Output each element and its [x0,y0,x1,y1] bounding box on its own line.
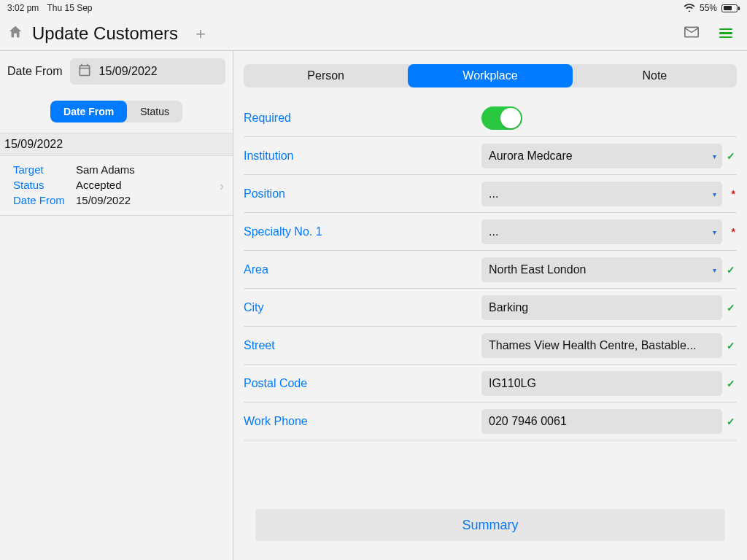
postal-code-label: Postal Code [244,377,470,390]
check-icon: ✓ [727,340,735,351]
row-city: City Barking ✓ [244,289,737,327]
institution-value: Aurora Medcare [489,149,573,163]
work-phone-label: Work Phone [244,415,470,428]
street-value: Thames View Health Centre, Bastable... [489,339,696,352]
date-from-input[interactable]: 15/09/2022 [70,58,225,85]
check-icon: ✓ [727,416,735,427]
specialty-select[interactable]: ...▾ [481,219,722,244]
status-bar: 3:02 pm Thu 15 Sep 55% [0,0,747,16]
date-from-filter-label: Date From [7,65,63,78]
chevron-down-icon: ▾ [713,265,716,273]
row-position: Position ...▾ * [244,175,737,213]
position-label: Position [244,187,470,201]
chevron-down-icon: ▾ [713,190,716,198]
row-postal-code: Postal Code IG110LG ✓ [244,365,737,402]
postal-code-value: IG110LG [489,377,536,390]
position-value: ... [489,187,498,201]
work-phone-input[interactable]: 020 7946 0061 [481,409,722,434]
status-date: Thu 15 Sep [47,3,92,13]
detail-tabs: Person Workplace Note [244,64,737,88]
add-button[interactable]: ＋ [193,23,209,44]
target-label: Target [13,162,73,177]
app-header: Update Customers ＋ [0,16,747,51]
home-icon[interactable] [7,24,23,43]
right-pane: Person Workplace Note Required Instituti… [233,51,747,560]
city-value: Barking [489,301,528,314]
segment-date-from[interactable]: Date From [50,101,127,122]
institution-label: Institution [244,149,470,163]
wifi-icon [684,3,695,14]
row-work-phone: Work Phone 020 7946 0061 ✓ [244,402,737,440]
required-asterisk-icon: * [732,188,735,200]
tab-person[interactable]: Person [244,64,408,88]
date-from-label: Date From [13,192,73,208]
check-icon: ✓ [727,378,735,389]
customer-list-item[interactable]: TargetSam Adams StatusAccepted Date From… [0,156,233,216]
check-icon: ✓ [727,302,735,314]
position-select[interactable]: ...▾ [481,182,722,206]
area-label: Area [244,263,470,276]
status-value: Accepted [76,177,122,192]
workplace-form: Required Institution Aurora Medcare▾ ✓ P… [233,93,747,440]
row-specialty: Specialty No. 1 ...▾ * [244,213,737,251]
row-street: Street Thames View Health Centre, Bastab… [244,327,737,365]
battery-percent: 55% [700,3,717,13]
left-sort-segmented: Date From Status [50,101,182,122]
summary-button[interactable]: Summary [255,509,725,541]
check-icon: ✓ [727,150,735,162]
chevron-right-icon: › [220,178,224,193]
area-value: North East London [489,263,586,276]
tab-note[interactable]: Note [573,64,737,88]
status-right: 55% [684,3,740,14]
page-title: Update Customers [32,23,178,44]
target-value: Sam Adams [76,162,135,177]
status-left: 3:02 pm Thu 15 Sep [7,3,98,13]
required-asterisk-icon: * [732,226,735,238]
required-toggle[interactable] [481,106,522,130]
tab-workplace[interactable]: Workplace [408,64,572,88]
menu-icon[interactable] [719,28,732,39]
work-phone-value: 020 7946 0061 [489,415,567,428]
required-label: Required [244,112,470,125]
street-label: Street [244,339,470,352]
area-select[interactable]: North East London▾ [481,257,722,282]
row-area: Area North East London▾ ✓ [244,251,737,289]
date-from-item-value: 15/09/2022 [76,192,131,208]
specialty-value: ... [489,225,498,238]
status-label: Status [13,177,73,192]
date-from-value: 15/09/2022 [99,65,158,78]
list-group-header: 15/09/2022 [0,133,233,156]
city-input[interactable]: Barking [481,295,722,320]
calendar-icon [77,63,92,80]
chevron-down-icon: ▾ [713,228,716,236]
specialty-label: Specialty No. 1 [244,225,470,238]
chevron-down-icon: ▾ [713,152,716,160]
city-label: City [244,301,470,314]
status-time: 3:02 pm [7,3,39,13]
check-icon: ✓ [727,264,735,276]
postal-code-input[interactable]: IG110LG [481,371,722,396]
institution-select[interactable]: Aurora Medcare▾ [481,144,722,168]
row-institution: Institution Aurora Medcare▾ ✓ [244,137,737,175]
battery-icon [721,4,740,12]
mail-icon[interactable] [684,26,699,41]
row-required: Required [244,99,737,137]
street-input[interactable]: Thames View Health Centre, Bastable... [481,333,722,358]
left-pane: Date From 15/09/2022 Date From Status 15… [0,51,233,560]
segment-status[interactable]: Status [127,101,182,122]
